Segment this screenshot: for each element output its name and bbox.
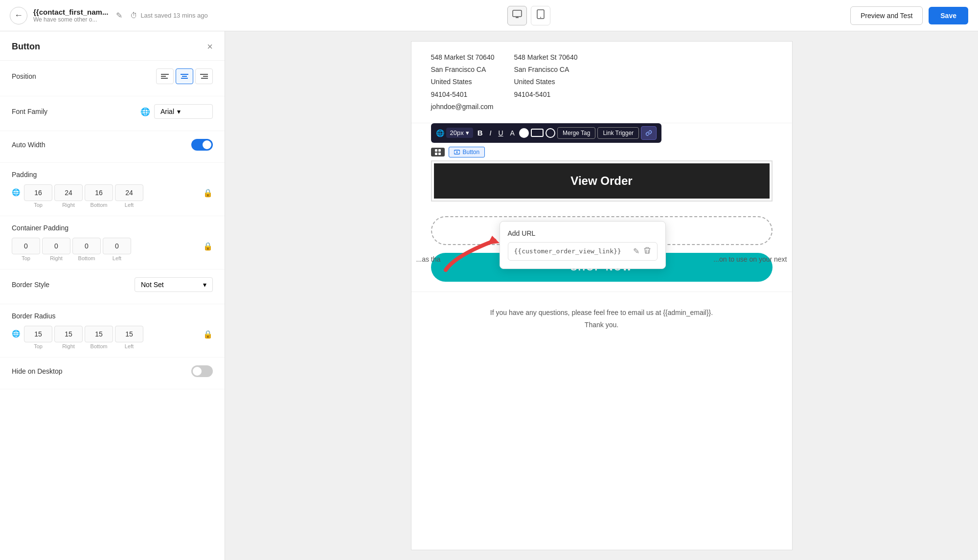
underline-button[interactable]: U <box>496 128 505 138</box>
container-padding-left-label: Left <box>113 255 121 261</box>
container-padding-inputs: 0 Top 0 Right 0 Bottom 0 Left <box>12 238 213 261</box>
svg-rect-14 <box>435 149 437 152</box>
svg-marker-20 <box>487 236 500 245</box>
edit-title-icon[interactable]: ✎ <box>114 9 124 22</box>
address-col-1: 548 Market St 70640 San Francisco CA Uni… <box>431 51 495 113</box>
svg-rect-17 <box>438 153 441 155</box>
view-order-button[interactable]: View Order <box>434 163 770 199</box>
floating-toolbar: 🌐 20px ▾ B I U A Merge Tag Link Tr <box>431 123 662 143</box>
url-delete-button[interactable] <box>643 246 651 256</box>
container-padding-lock-icon[interactable]: 🔒 <box>203 242 213 251</box>
address1-line1: 548 Market St 70640 <box>431 51 495 64</box>
border-radius-lock-icon[interactable]: 🔒 <box>203 330 213 339</box>
container-padding-bottom-label: Bottom <box>78 255 95 261</box>
saved-info: ⏱ Last saved 13 mins ago <box>130 11 207 20</box>
url-edit-button[interactable]: ✎ <box>633 246 639 256</box>
padding-left-input[interactable]: 24 <box>115 184 143 201</box>
padding-row: Padding <box>12 171 213 179</box>
topbar-right: Preview and Test Save <box>850 6 968 25</box>
bold-button[interactable]: B <box>475 128 485 138</box>
preview-button[interactable]: Preview and Test <box>850 6 923 25</box>
padding-left-wrap: 24 Left <box>115 184 143 208</box>
address1-line2: San Francisco CA <box>431 64 495 76</box>
border-radius-top-input[interactable]: 15 <box>24 326 52 342</box>
btn-grid-tag <box>431 148 445 157</box>
mobile-view-button[interactable] <box>531 6 550 25</box>
padding-globe-icon: 🌐 <box>12 188 20 196</box>
padding-right-input[interactable]: 24 <box>54 184 83 201</box>
padding-bottom-input[interactable]: 16 <box>85 184 113 201</box>
container-padding-left-wrap: 0 Left <box>103 238 131 261</box>
border-radius-left-label: Left <box>125 343 134 349</box>
padding-lock-icon[interactable]: 🔒 <box>203 188 213 198</box>
document-title: {{contact_first_nam... <box>33 8 108 16</box>
desktop-view-button[interactable] <box>507 6 527 25</box>
footer-text: If you have any questions, please feel f… <box>431 307 773 319</box>
border-radius-bottom-wrap: 15 Bottom <box>85 326 113 349</box>
padding-top-input[interactable]: 16 <box>24 184 52 201</box>
desktop-icon <box>512 9 522 22</box>
document-subtitle: We have some other o... <box>33 16 108 23</box>
border-radius-globe-icon: 🌐 <box>12 330 20 337</box>
svg-rect-12 <box>203 76 208 77</box>
font-value: Arial <box>160 108 174 115</box>
url-input-value[interactable]: {{customer_order_view_link}} <box>514 247 629 255</box>
position-row: Position <box>12 68 213 84</box>
auto-width-toggle[interactable] <box>191 139 213 151</box>
left-panel: Button × Position <box>0 31 225 560</box>
partial-text-left: ...as tha <box>411 255 441 263</box>
font-family-label: Font Family <box>12 108 47 115</box>
position-right-button[interactable] <box>195 68 213 84</box>
container-padding-input-group: 0 Top 0 Right 0 Bottom 0 Left <box>12 238 200 261</box>
container-padding-top-input[interactable]: 0 <box>12 238 40 254</box>
save-button[interactable]: Save <box>929 7 968 24</box>
border-radius-bottom-input[interactable]: 15 <box>85 326 113 342</box>
padding-inputs: 🌐 16 Top 24 Right 16 Bottom 2 <box>12 184 213 208</box>
color-white-circle[interactable] <box>519 128 529 138</box>
border-style-value: Not Set <box>141 281 164 289</box>
chain-link-button[interactable] <box>641 126 657 140</box>
svg-rect-15 <box>438 149 441 152</box>
border-style-row: Border Style Not Set ▾ <box>12 277 213 292</box>
border-radius-left-input[interactable]: 15 <box>115 326 143 342</box>
hide-desktop-label: Hide on Desktop <box>12 367 63 375</box>
merge-tag-button[interactable]: Merge Tag <box>557 127 595 139</box>
position-center-button[interactable] <box>176 68 193 84</box>
toolbar-font-size[interactable]: 20px ▾ <box>446 128 473 138</box>
email-footer: If you have any questions, please feel f… <box>411 291 792 346</box>
border-rect-button[interactable] <box>531 129 544 137</box>
svg-rect-5 <box>161 74 169 75</box>
topbar: ← {{contact_first_nam... We have some ot… <box>0 0 978 31</box>
clock-icon: ⏱ <box>130 11 137 20</box>
border-style-select[interactable]: Not Set ▾ <box>135 277 213 292</box>
padding-section: Padding 🌐 16 Top 24 Right 16 Bottom <box>0 163 225 216</box>
address1-line4: 94104-5401 <box>431 89 495 101</box>
border-radius-inputs: 🌐 15 Top 15 Right 15 Bottom 1 <box>12 326 213 349</box>
add-url-label: Add URL <box>508 229 658 237</box>
padding-bottom-wrap: 16 Bottom <box>85 184 113 208</box>
svg-point-19 <box>456 151 457 153</box>
back-button[interactable]: ← <box>10 7 27 24</box>
container-padding-bottom-input[interactable]: 0 <box>72 238 101 254</box>
address1-line3: United States <box>431 76 495 88</box>
position-section: Position <box>0 61 225 96</box>
hide-desktop-section: Hide on Desktop <box>0 358 225 389</box>
font-family-select[interactable]: Arial ▾ <box>154 104 213 119</box>
italic-button[interactable]: I <box>487 128 494 138</box>
hide-desktop-toggle[interactable] <box>191 365 213 377</box>
auto-width-label: Auto Width <box>12 141 45 149</box>
panel-close-button[interactable]: × <box>207 41 213 52</box>
address-col-2: 548 Market St 70640 San Francisco CA Uni… <box>514 51 577 113</box>
link-trigger-button[interactable]: Link Trigger <box>597 127 639 139</box>
text-color-button[interactable]: A <box>508 128 517 138</box>
auto-width-row: Auto Width <box>12 139 213 151</box>
border-radius-right-input[interactable]: 15 <box>54 326 83 342</box>
position-left-button[interactable] <box>156 68 174 84</box>
container-padding-right-input[interactable]: 0 <box>42 238 70 254</box>
auto-width-section: Auto Width <box>0 131 225 163</box>
border-circle-button[interactable] <box>546 128 555 138</box>
svg-rect-16 <box>435 153 437 155</box>
panel-header: Button × <box>0 31 225 61</box>
container-padding-left-input[interactable]: 0 <box>103 238 131 254</box>
address2-line3: United States <box>514 76 577 88</box>
